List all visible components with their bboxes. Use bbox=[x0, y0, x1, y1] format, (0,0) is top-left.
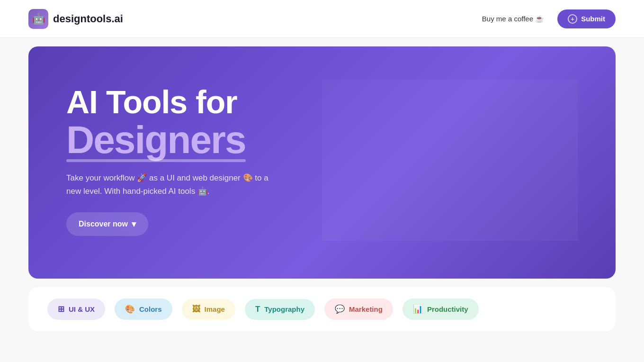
chevron-down-icon: ▾ bbox=[132, 219, 136, 229]
submit-button[interactable]: + Submit bbox=[557, 9, 616, 28]
buy-coffee-link[interactable]: Buy me a coffee ☕ bbox=[482, 15, 544, 23]
category-pill-productivity[interactable]: 📊Productivity bbox=[402, 299, 479, 320]
productivity-icon: 📊 bbox=[413, 304, 423, 314]
colors-icon: 🎨 bbox=[125, 304, 135, 314]
image-label: Image bbox=[205, 305, 225, 313]
ui-ux-label: UI & UX bbox=[69, 305, 95, 313]
image-icon: 🖼 bbox=[192, 305, 200, 314]
hero-title: AI Tools for Designers bbox=[66, 84, 322, 161]
category-pill-marketing[interactable]: 💬Marketing bbox=[324, 299, 393, 320]
colors-label: Colors bbox=[139, 305, 162, 313]
submit-label: Submit bbox=[581, 15, 605, 23]
hero-subtitle: Take your workflow 🚀 as a UI and web des… bbox=[66, 172, 284, 198]
hero-content: AI Tools for Designers Take your workflo… bbox=[66, 80, 322, 241]
category-pill-ui-ux[interactable]: ⊞UI & UX bbox=[47, 299, 105, 320]
marketing-icon: 💬 bbox=[335, 304, 345, 314]
productivity-label: Productivity bbox=[427, 305, 468, 313]
typography-label: Typography bbox=[264, 305, 304, 313]
header: 🤖 designtools.ai Buy me a coffee ☕ + Sub… bbox=[0, 0, 644, 38]
category-pill-typography[interactable]: TTypography bbox=[245, 299, 315, 320]
logo-icon: 🤖 bbox=[28, 9, 48, 29]
header-right: Buy me a coffee ☕ + Submit bbox=[482, 9, 616, 28]
logo-text: designtools.ai bbox=[53, 13, 123, 25]
hero-illustration bbox=[322, 80, 578, 241]
hero-title-line1: AI Tools for bbox=[66, 84, 322, 120]
categories-card: ⊞UI & UX🎨Colors🖼ImageTTypography💬Marketi… bbox=[28, 287, 616, 331]
category-pill-colors[interactable]: 🎨Colors bbox=[115, 299, 172, 320]
discover-now-button[interactable]: Discover now ▾ bbox=[66, 212, 148, 236]
categories-section: ⊞UI & UX🎨Colors🖼ImageTTypography💬Marketi… bbox=[0, 287, 644, 345]
marketing-label: Marketing bbox=[349, 305, 383, 313]
hero-wrapper: AI Tools for Designers Take your workflo… bbox=[0, 38, 644, 287]
typography-icon: T bbox=[255, 305, 260, 314]
logo-emoji: 🤖 bbox=[32, 13, 45, 25]
discover-label: Discover now bbox=[79, 220, 128, 228]
ui-ux-icon: ⊞ bbox=[58, 304, 64, 314]
logo-area[interactable]: 🤖 designtools.ai bbox=[28, 9, 123, 29]
submit-plus-icon: + bbox=[568, 14, 577, 24]
hero-title-line2: Designers bbox=[66, 119, 246, 160]
category-pill-image[interactable]: 🖼Image bbox=[182, 299, 235, 320]
hero-section: AI Tools for Designers Take your workflo… bbox=[28, 46, 616, 279]
